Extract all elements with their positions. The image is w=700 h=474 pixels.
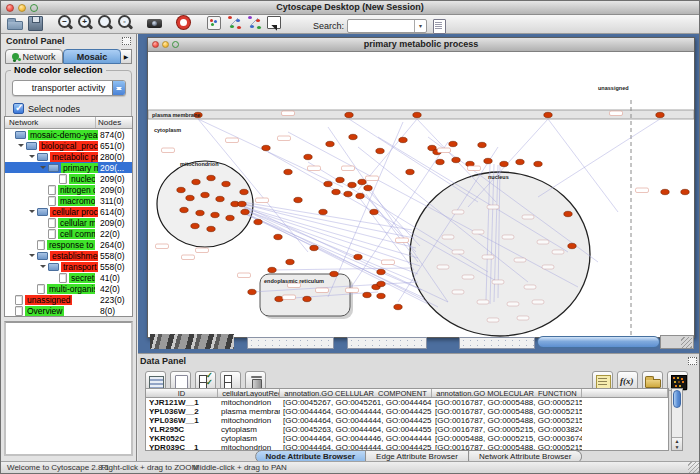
network-node[interactable] bbox=[348, 182, 356, 187]
network-node[interactable] bbox=[656, 112, 664, 117]
node-color-select[interactable]: transporter activity bbox=[12, 80, 126, 96]
tree-col-nodes[interactable]: Nodes bbox=[96, 117, 132, 128]
network-node[interactable] bbox=[478, 142, 486, 147]
zoom-window-icon[interactable] bbox=[30, 4, 38, 12]
table-cell[interactable]: [GO:0045267, GO:0045261, GO:0044464, G..… bbox=[280, 398, 432, 407]
zoom-fit-icon[interactable] bbox=[116, 14, 134, 31]
tree-row[interactable]: cellular process614(0) bbox=[5, 206, 132, 217]
table-cell[interactable]: YKR052C bbox=[146, 434, 218, 443]
network-node[interactable] bbox=[324, 181, 332, 186]
table-row[interactable]: YPL036W__2plasma membrane[GO:0044464, GO… bbox=[146, 407, 668, 416]
open-icon[interactable] bbox=[6, 14, 24, 31]
network-node[interactable] bbox=[363, 292, 371, 297]
network-node[interactable] bbox=[196, 210, 204, 215]
minimize-icon[interactable] bbox=[162, 41, 169, 48]
network-node[interactable] bbox=[294, 197, 302, 202]
scrollbar-thumb[interactable] bbox=[673, 390, 681, 408]
network-canvas[interactable]: plasma membranecytoplasmmitochondrionnuc… bbox=[148, 52, 694, 337]
table-cell[interactable]: YJR121W__1 bbox=[146, 398, 218, 407]
tree-row[interactable]: mosaic-demo-yeast874(0) bbox=[5, 129, 132, 140]
table-row[interactable]: YPL036W__1mitochondrion[GO:0044464, GO:0… bbox=[146, 416, 668, 425]
background-window-fragment[interactable] bbox=[347, 337, 427, 349]
table-cell[interactable]: YDR039C__1 bbox=[146, 443, 218, 451]
network-node[interactable] bbox=[332, 189, 340, 194]
expand-arrow-icon[interactable] bbox=[29, 210, 35, 216]
horizontal-scrollbar[interactable] bbox=[537, 336, 660, 348]
table-cell[interactable]: [GO:0044464, GO:0044444, GO:0044425, G..… bbox=[280, 407, 432, 416]
network-node[interactable] bbox=[284, 169, 292, 174]
close-icon[interactable] bbox=[152, 41, 159, 48]
network-node[interactable] bbox=[406, 169, 414, 174]
resize-grip[interactable] bbox=[688, 462, 699, 473]
zoom-out-icon[interactable] bbox=[56, 14, 74, 31]
tree-row[interactable]: cell communicati22(0) bbox=[5, 228, 132, 239]
select-mode-icon[interactable] bbox=[265, 14, 283, 31]
table-cell[interactable]: YPL036W__2 bbox=[146, 407, 218, 416]
network-node[interactable] bbox=[370, 209, 378, 214]
tree-row[interactable]: establishment of lo558(0) bbox=[5, 250, 132, 261]
float-panel-icon[interactable] bbox=[688, 357, 697, 365]
tab-network[interactable]: Network bbox=[5, 49, 63, 64]
network-node[interactable] bbox=[319, 209, 327, 214]
background-window-fragment[interactable] bbox=[150, 334, 234, 349]
network-node[interactable] bbox=[661, 189, 669, 194]
network-node[interactable] bbox=[413, 112, 421, 117]
network-node[interactable] bbox=[268, 267, 276, 272]
expand-arrow-icon[interactable] bbox=[18, 144, 24, 150]
tree-row[interactable]: nucleobase-cont209(0) bbox=[5, 173, 132, 184]
table-cell[interactable]: YPL036W__1 bbox=[146, 416, 218, 425]
network-window-titlebar[interactable]: primary metabolic process bbox=[148, 38, 694, 52]
network-node[interactable] bbox=[207, 226, 215, 231]
table-cell[interactable]: [GO:0045263, GO:0044464, GO:0044455, G..… bbox=[280, 425, 432, 434]
table-cell[interactable]: cytoplasm bbox=[218, 425, 280, 434]
tab-scroll-right-icon[interactable]: ▶ bbox=[121, 49, 132, 64]
network-node[interactable] bbox=[436, 159, 444, 164]
network-node[interactable] bbox=[262, 145, 270, 150]
tree-row[interactable]: secretion41(0) bbox=[5, 272, 132, 283]
help-icon[interactable] bbox=[175, 14, 193, 31]
minimize-icon[interactable] bbox=[18, 4, 26, 12]
network-node[interactable] bbox=[394, 304, 402, 309]
table-cell[interactable]: YLR295C bbox=[146, 425, 218, 434]
network-node[interactable] bbox=[310, 245, 318, 250]
network-node[interactable] bbox=[564, 211, 572, 216]
vizmapper-icon[interactable] bbox=[205, 14, 223, 31]
table-row[interactable]: YKR052Ccytoplasm[GO:0044464, GO:0044446,… bbox=[146, 434, 668, 443]
tree-row[interactable]: multi-organism pro42(0) bbox=[5, 283, 132, 294]
network-node[interactable] bbox=[186, 195, 194, 200]
network-node[interactable] bbox=[349, 134, 357, 139]
advanced-search-icon[interactable] bbox=[431, 17, 449, 34]
expand-arrow-icon[interactable] bbox=[40, 166, 46, 172]
network-node[interactable] bbox=[356, 193, 364, 198]
network-node[interactable] bbox=[376, 148, 384, 153]
column-header[interactable]: annotation.GO CELLULAR_COMPONENT bbox=[280, 389, 432, 397]
select-nodes-checkbox[interactable] bbox=[13, 103, 24, 114]
tree-row[interactable]: nitrogen compou209(0) bbox=[5, 184, 132, 195]
network-node[interactable] bbox=[364, 185, 372, 190]
tree-row[interactable]: metabolic process280(0) bbox=[5, 151, 132, 162]
network-node[interactable] bbox=[304, 154, 312, 159]
tree-row[interactable]: Overview8(0) bbox=[5, 305, 132, 316]
network-node[interactable] bbox=[681, 189, 689, 194]
tree-row[interactable]: macromolecule311(0) bbox=[5, 195, 132, 206]
network-node[interactable] bbox=[240, 189, 248, 194]
network-node[interactable] bbox=[286, 259, 294, 264]
network-node[interactable] bbox=[248, 289, 256, 294]
select-stepper-icon[interactable] bbox=[112, 81, 125, 95]
network-node[interactable] bbox=[568, 243, 576, 248]
network-node[interactable] bbox=[516, 159, 524, 164]
network-node[interactable] bbox=[377, 281, 385, 286]
expand-arrow-icon[interactable] bbox=[40, 265, 46, 271]
network-node[interactable] bbox=[377, 293, 385, 298]
chevron-down-icon[interactable]: ▾ bbox=[414, 20, 426, 32]
window-resize-corner[interactable] bbox=[660, 335, 694, 349]
network-node[interactable] bbox=[191, 223, 199, 228]
network-node[interactable] bbox=[216, 196, 224, 201]
network-node[interactable] bbox=[534, 161, 542, 166]
network-node[interactable] bbox=[222, 181, 230, 186]
search-input[interactable] bbox=[349, 21, 413, 31]
network-node[interactable] bbox=[241, 209, 249, 214]
network-node[interactable] bbox=[449, 141, 457, 146]
network-node[interactable] bbox=[274, 234, 282, 239]
birds-eye-view[interactable] bbox=[4, 321, 133, 456]
